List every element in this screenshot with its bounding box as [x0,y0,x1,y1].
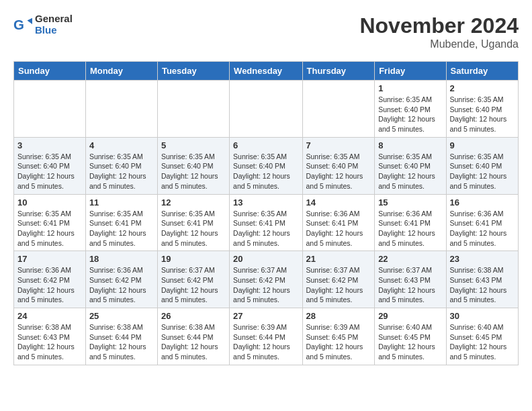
day-info: Sunrise: 6:40 AM Sunset: 6:45 PM Dayligh… [378,322,442,362]
svg-text:G: G [13,16,24,32]
calendar-cell [14,81,86,138]
calendar-cell [302,81,375,138]
day-number: 10 [17,197,82,208]
calendar-cell: 19Sunrise: 6:37 AM Sunset: 6:42 PM Dayli… [157,251,229,308]
calendar-cell: 29Sunrise: 6:40 AM Sunset: 6:45 PM Dayli… [375,308,446,365]
calendar-cell: 7Sunrise: 6:35 AM Sunset: 6:40 PM Daylig… [302,137,375,194]
day-info: Sunrise: 6:35 AM Sunset: 6:41 PM Dayligh… [233,209,298,248]
day-number: 9 [450,140,515,150]
day-number: 15 [378,197,442,208]
day-number: 29 [378,311,442,321]
logo-blue-text: Blue [35,25,73,36]
calendar-cell: 24Sunrise: 6:38 AM Sunset: 6:43 PM Dayli… [14,308,86,365]
day-number: 4 [89,140,154,150]
calendar-cell: 14Sunrise: 6:36 AM Sunset: 6:41 PM Dayli… [302,194,375,251]
day-number: 19 [161,254,226,264]
day-info: Sunrise: 6:35 AM Sunset: 6:40 PM Dayligh… [89,152,154,191]
weekday-header-monday: Monday [85,62,157,81]
day-info: Sunrise: 6:37 AM Sunset: 6:43 PM Dayligh… [378,265,442,305]
day-number: 8 [378,140,442,150]
day-number: 28 [306,311,371,321]
calendar-cell: 27Sunrise: 6:39 AM Sunset: 6:44 PM Dayli… [230,308,302,365]
calendar-cell: 18Sunrise: 6:36 AM Sunset: 6:42 PM Dayli… [85,251,157,308]
day-info: Sunrise: 6:38 AM Sunset: 6:43 PM Dayligh… [450,265,515,305]
calendar-cell: 13Sunrise: 6:35 AM Sunset: 6:41 PM Dayli… [230,194,302,251]
calendar-week-row: 17Sunrise: 6:36 AM Sunset: 6:42 PM Dayli… [14,251,519,308]
calendar-cell: 9Sunrise: 6:35 AM Sunset: 6:40 PM Daylig… [446,137,518,194]
day-number: 6 [233,140,298,150]
page-header: G General Blue November 2024 Mubende, Ug… [13,13,519,50]
day-number: 3 [17,140,82,150]
month-title: November 2024 [359,13,519,38]
calendar-cell: 25Sunrise: 6:38 AM Sunset: 6:44 PM Dayli… [85,308,157,365]
calendar-cell [230,81,302,138]
day-info: Sunrise: 6:38 AM Sunset: 6:44 PM Dayligh… [161,322,226,362]
calendar-cell: 22Sunrise: 6:37 AM Sunset: 6:43 PM Dayli… [375,251,446,308]
day-info: Sunrise: 6:35 AM Sunset: 6:40 PM Dayligh… [306,152,371,191]
day-info: Sunrise: 6:35 AM Sunset: 6:40 PM Dayligh… [17,152,82,191]
calendar-week-row: 3Sunrise: 6:35 AM Sunset: 6:40 PM Daylig… [14,137,519,194]
weekday-header-thursday: Thursday [302,62,375,81]
calendar-cell: 3Sunrise: 6:35 AM Sunset: 6:40 PM Daylig… [14,137,86,194]
day-number: 5 [161,140,226,150]
day-info: Sunrise: 6:35 AM Sunset: 6:40 PM Dayligh… [233,152,298,191]
location: Mubende, Uganda [359,38,519,50]
day-number: 22 [378,254,442,264]
calendar-cell: 8Sunrise: 6:35 AM Sunset: 6:40 PM Daylig… [375,137,446,194]
day-info: Sunrise: 6:37 AM Sunset: 6:42 PM Dayligh… [161,265,226,305]
day-info: Sunrise: 6:36 AM Sunset: 6:42 PM Dayligh… [89,265,154,305]
day-number: 17 [17,254,82,264]
day-number: 25 [89,311,154,321]
day-info: Sunrise: 6:39 AM Sunset: 6:45 PM Dayligh… [306,322,371,362]
calendar-week-row: 24Sunrise: 6:38 AM Sunset: 6:43 PM Dayli… [14,308,519,365]
calendar-cell: 20Sunrise: 6:37 AM Sunset: 6:42 PM Dayli… [230,251,302,308]
day-number: 26 [161,311,226,321]
day-info: Sunrise: 6:38 AM Sunset: 6:43 PM Dayligh… [17,322,82,362]
calendar-table: SundayMondayTuesdayWednesdayThursdayFrid… [13,61,519,365]
day-info: Sunrise: 6:36 AM Sunset: 6:41 PM Dayligh… [306,209,371,248]
calendar-cell: 15Sunrise: 6:36 AM Sunset: 6:41 PM Dayli… [375,194,446,251]
day-number: 14 [306,197,371,208]
weekday-header-saturday: Saturday [446,62,518,81]
day-info: Sunrise: 6:35 AM Sunset: 6:40 PM Dayligh… [450,95,515,134]
logo-icon: G [13,15,32,34]
title-block: November 2024 Mubende, Uganda [359,13,519,50]
day-info: Sunrise: 6:36 AM Sunset: 6:41 PM Dayligh… [378,209,442,248]
calendar-cell: 10Sunrise: 6:35 AM Sunset: 6:41 PM Dayli… [14,194,86,251]
calendar-cell: 26Sunrise: 6:38 AM Sunset: 6:44 PM Dayli… [157,308,229,365]
day-info: Sunrise: 6:39 AM Sunset: 6:44 PM Dayligh… [233,322,298,362]
logo: G General Blue [13,13,73,36]
calendar-cell: 4Sunrise: 6:35 AM Sunset: 6:40 PM Daylig… [85,137,157,194]
day-number: 12 [161,197,226,208]
calendar-cell: 12Sunrise: 6:35 AM Sunset: 6:41 PM Dayli… [157,194,229,251]
day-number: 2 [450,83,515,93]
day-number: 18 [89,254,154,264]
day-number: 13 [233,197,298,208]
day-number: 16 [450,197,515,208]
day-info: Sunrise: 6:38 AM Sunset: 6:44 PM Dayligh… [89,322,154,362]
weekday-header-friday: Friday [375,62,446,81]
day-info: Sunrise: 6:35 AM Sunset: 6:40 PM Dayligh… [450,152,515,191]
day-info: Sunrise: 6:36 AM Sunset: 6:42 PM Dayligh… [17,265,82,305]
calendar-cell: 17Sunrise: 6:36 AM Sunset: 6:42 PM Dayli… [14,251,86,308]
day-number: 7 [306,140,371,150]
day-info: Sunrise: 6:35 AM Sunset: 6:41 PM Dayligh… [161,209,226,248]
calendar-cell: 30Sunrise: 6:40 AM Sunset: 6:45 PM Dayli… [446,308,518,365]
weekday-header-tuesday: Tuesday [157,62,229,81]
calendar-cell: 23Sunrise: 6:38 AM Sunset: 6:43 PM Dayli… [446,251,518,308]
day-number: 30 [450,311,515,321]
calendar-cell: 5Sunrise: 6:35 AM Sunset: 6:40 PM Daylig… [157,137,229,194]
weekday-header-wednesday: Wednesday [230,62,302,81]
day-number: 27 [233,311,298,321]
day-info: Sunrise: 6:37 AM Sunset: 6:42 PM Dayligh… [233,265,298,305]
day-number: 23 [450,254,515,264]
calendar-week-row: 1Sunrise: 6:35 AM Sunset: 6:40 PM Daylig… [14,81,519,138]
calendar-cell [85,81,157,138]
calendar-cell [157,81,229,138]
day-number: 24 [17,311,82,321]
svg-marker-1 [28,17,32,24]
day-info: Sunrise: 6:35 AM Sunset: 6:41 PM Dayligh… [17,209,82,248]
day-info: Sunrise: 6:35 AM Sunset: 6:40 PM Dayligh… [378,95,442,134]
calendar-cell: 6Sunrise: 6:35 AM Sunset: 6:40 PM Daylig… [230,137,302,194]
day-info: Sunrise: 6:35 AM Sunset: 6:40 PM Dayligh… [378,152,442,191]
